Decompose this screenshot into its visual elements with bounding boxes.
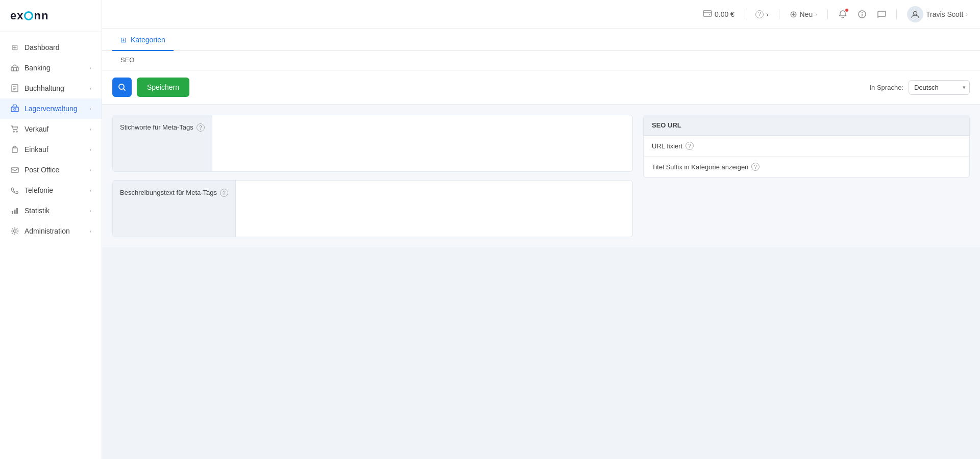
sidebar-item-label: Post Office	[24, 166, 59, 174]
tab-kategorien[interactable]: ⊞ Kategorien	[112, 29, 174, 51]
url-fixiert-label: URL fixiert ?	[652, 142, 961, 150]
svg-point-9	[13, 131, 14, 132]
toolbar: Speichern In Sprache: Deutsch	[102, 70, 980, 105]
messages-button[interactable]	[877, 10, 886, 19]
sidebar-item-administration[interactable]: Administration ›	[0, 221, 102, 241]
tab-bar: ⊞ Kategorien	[102, 29, 980, 51]
chevron-icon: ›	[89, 106, 91, 112]
subtab-bar: SEO	[102, 51, 980, 70]
titel-suffix-label: Titel Suffix in Kategorie anzeigen ?	[652, 163, 961, 171]
dashboard-icon: ⊞	[10, 43, 19, 52]
help-button[interactable]: ? ›	[755, 10, 769, 18]
divider	[827, 9, 828, 19]
info-button[interactable]	[857, 10, 867, 19]
administration-icon	[10, 226, 19, 236]
statistik-icon	[10, 206, 19, 215]
lang-label: In Sprache:	[870, 84, 904, 91]
divider	[745, 9, 745, 19]
plus-icon: ⊕	[790, 9, 797, 20]
sidebar-item-label: Dashboard	[24, 43, 60, 52]
toolbar-left: Speichern	[112, 78, 189, 97]
svg-rect-13	[12, 211, 13, 214]
search-button[interactable]	[112, 78, 132, 97]
postoffice-icon	[10, 165, 19, 174]
sidebar: exnn ⊞ Dashboard Banking ›	[0, 0, 102, 459]
svg-rect-0	[11, 67, 18, 71]
sidebar-item-label: Administration	[24, 227, 70, 235]
sidebar-item-telefonie[interactable]: Telefonie ›	[0, 180, 102, 200]
app-logo: exnn	[10, 9, 48, 22]
description-label-col: Beschreibungstext für Meta-Tags ?	[113, 181, 236, 237]
user-avatar	[907, 6, 923, 22]
chevron-icon: ›	[89, 65, 91, 71]
new-chevron: ›	[815, 11, 817, 17]
telefonie-icon	[10, 186, 19, 195]
url-fixiert-help-icon[interactable]: ?	[685, 142, 694, 150]
sidebar-item-statistik[interactable]: Statistik ›	[0, 200, 102, 221]
form-area: Stichworte für Meta-Tags ? Beschreibungs…	[102, 105, 980, 247]
description-input-col	[236, 181, 632, 237]
description-help-icon[interactable]: ?	[220, 189, 228, 197]
notification-button[interactable]	[838, 10, 847, 19]
titel-suffix-help-icon[interactable]: ?	[751, 163, 760, 171]
save-button[interactable]: Speichern	[137, 78, 189, 97]
description-textarea[interactable]	[240, 185, 628, 231]
svg-rect-2	[16, 68, 17, 71]
logo-circle	[24, 11, 33, 20]
logo-area: exnn	[0, 0, 102, 32]
description-label: Beschreibungstext für Meta-Tags	[120, 189, 217, 196]
new-button[interactable]: ⊕ Neu ›	[790, 9, 817, 20]
chevron-icon: ›	[89, 146, 91, 152]
chevron-icon: ›	[89, 187, 91, 193]
wallet-icon	[703, 9, 712, 20]
keywords-textarea[interactable]	[216, 119, 628, 165]
svg-point-22	[913, 11, 917, 15]
keywords-input-col	[212, 115, 632, 171]
svg-point-10	[16, 131, 17, 132]
chevron-icon: ›	[89, 208, 91, 214]
keywords-help-icon[interactable]: ?	[197, 123, 205, 132]
notification-badge	[845, 8, 849, 12]
sidebar-item-postoffice[interactable]: Post Office ›	[0, 160, 102, 180]
svg-point-16	[14, 230, 16, 233]
user-chevron: ›	[966, 11, 968, 17]
sidebar-item-banking[interactable]: Banking ›	[0, 58, 102, 78]
sidebar-item-dashboard[interactable]: ⊞ Dashboard	[0, 37, 102, 58]
keywords-label-col: Stichworte für Meta-Tags ?	[113, 115, 212, 171]
divider	[779, 9, 779, 19]
subtab-label: SEO	[120, 56, 134, 64]
einkauf-icon	[10, 145, 19, 154]
seo-table-header: SEO URL	[644, 115, 969, 136]
form-right: SEO URL URL fixiert ? Titel Suffix in Ka…	[643, 115, 970, 237]
help-chevron: ›	[766, 10, 769, 18]
sidebar-item-verkauf[interactable]: Verkauf ›	[0, 119, 102, 139]
lang-select[interactable]: Deutsch	[909, 80, 970, 95]
svg-point-21	[862, 12, 863, 13]
nav-menu: ⊞ Dashboard Banking › Buchhaltung ›	[0, 32, 102, 246]
keywords-field-row: Stichworte für Meta-Tags ?	[112, 115, 633, 172]
sidebar-item-einkauf[interactable]: Einkauf ›	[0, 139, 102, 160]
user-menu[interactable]: Travis Scott ›	[907, 6, 968, 22]
svg-rect-8	[14, 109, 16, 110]
chevron-icon: ›	[89, 167, 91, 173]
verkauf-icon	[10, 124, 19, 134]
balance-value: 0.00 €	[715, 10, 734, 18]
chevron-icon: ›	[89, 228, 91, 234]
chevron-icon: ›	[89, 126, 91, 132]
sidebar-item-buchhaltung[interactable]: Buchhaltung ›	[0, 78, 102, 98]
seo-row-titel-suffix: Titel Suffix in Kategorie anzeigen ?	[644, 157, 969, 177]
svg-rect-1	[13, 68, 14, 71]
svg-line-24	[124, 89, 125, 90]
user-name: Travis Scott	[926, 10, 963, 18]
svg-rect-7	[11, 107, 18, 112]
lagerverwaltung-icon	[10, 104, 19, 113]
sidebar-item-lagerverwaltung[interactable]: Lagerverwaltung ›	[0, 98, 102, 119]
subtab-seo[interactable]: SEO	[112, 51, 142, 70]
sidebar-item-label: Banking	[24, 64, 51, 72]
sidebar-item-label: Lagerverwaltung	[24, 105, 78, 113]
kategorien-tab-icon: ⊞	[120, 36, 127, 44]
svg-rect-14	[14, 210, 16, 214]
help-icon: ?	[755, 10, 764, 18]
svg-point-18	[709, 14, 710, 15]
lang-select-wrapper: Deutsch	[909, 80, 970, 95]
